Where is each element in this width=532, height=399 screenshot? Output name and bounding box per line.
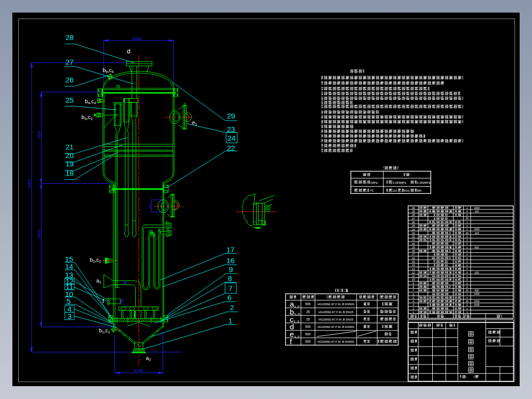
svg-text:21: 21 (66, 143, 74, 151)
svg-text:7: 7 (228, 284, 232, 292)
svg-text:26: 26 (412, 221, 415, 224)
svg-text:25: 25 (66, 96, 74, 104)
svg-text:19: 19 (412, 246, 415, 249)
svg-text:4: 4 (413, 300, 414, 303)
svg-text:30: 30 (412, 206, 415, 209)
svg-text:3: 3 (413, 303, 414, 306)
svg-text:28: 28 (412, 213, 415, 216)
svg-text:26: 26 (66, 76, 74, 84)
svg-text:/MPa: /MPa (371, 181, 378, 184)
svg-text:1000: 1000 (474, 228, 479, 231)
svg-text:1000: 1000 (474, 300, 479, 303)
svg-text:24: 24 (228, 134, 236, 142)
svg-text:25: 25 (306, 318, 310, 321)
svg-text:14: 14 (65, 262, 74, 271)
svg-text:1000: 1000 (474, 206, 479, 209)
svg-text:1: 1 (466, 307, 468, 310)
svg-text:HG20592-97.F M..B DN500: HG20592-97.F M..B DN500 (317, 303, 354, 306)
svg-text:HG20592-97.F M..B DN25: HG20592-97.F M..B DN25 (318, 318, 353, 321)
svg-text:19: 19 (66, 160, 74, 168)
svg-text:1: 1 (228, 317, 232, 325)
svg-text:2: 2 (466, 278, 468, 281)
svg-text:1: 1 (466, 311, 468, 314)
svg-text:3: 3 (68, 312, 72, 320)
svg-text:21: 21 (412, 239, 415, 241)
svg-text:0.182MPa: 0.182MPa (417, 181, 431, 184)
svg-text:20: 20 (466, 217, 469, 220)
svg-text:23: 23 (412, 232, 415, 235)
svg-text:Ø1400: Ø1400 (134, 369, 144, 372)
svg-text:13: 13 (412, 268, 415, 271)
svg-text:16: 16 (227, 256, 235, 265)
svg-text:20: 20 (66, 151, 74, 160)
svg-text:22: 22 (412, 235, 415, 238)
svg-text:2: 2 (466, 303, 468, 306)
svg-text:500: 500 (305, 340, 311, 343)
svg-text:2: 2 (466, 282, 468, 285)
svg-text:16: 16 (412, 257, 415, 260)
svg-text:5: 5 (67, 297, 71, 305)
svg-text:22: 22 (227, 144, 235, 152)
svg-text:600: 600 (475, 246, 479, 249)
svg-text:5: 5 (413, 296, 414, 299)
svg-text:0.293MPa: 0.293MPa (393, 181, 407, 184)
svg-text:2: 2 (466, 285, 468, 288)
svg-text:2: 2 (413, 307, 414, 310)
svg-text:9000: 9000 (38, 131, 41, 138)
svg-text:9: 9 (229, 265, 233, 274)
svg-text:11: 11 (412, 275, 415, 278)
svg-text:410,: 410, (404, 189, 410, 192)
svg-text:1: 1 (466, 260, 468, 263)
svg-text:25: 25 (306, 310, 310, 314)
svg-text:1: 1 (466, 246, 468, 249)
svg-text:18: 18 (66, 169, 74, 177)
svg-text:17: 17 (227, 245, 235, 254)
svg-text:15: 15 (412, 260, 415, 263)
svg-text:1: 1 (466, 221, 468, 224)
svg-text:1: 1 (466, 242, 468, 245)
svg-text:1: 1 (466, 224, 468, 227)
svg-text:6: 6 (228, 293, 231, 302)
svg-text:6: 6 (413, 293, 414, 296)
svg-text:14: 14 (412, 264, 415, 267)
svg-text:8: 8 (228, 274, 232, 282)
svg-text:25: 25 (412, 224, 415, 227)
svg-text:HG20592-97.F M..B DN500: HG20592-97.F M..B DN500 (317, 340, 354, 343)
svg-text:9: 9 (413, 282, 414, 285)
svg-text:1000: 1000 (474, 303, 479, 306)
svg-text:100: 100 (475, 271, 479, 274)
svg-text:1: 1 (466, 239, 468, 241)
svg-text:24: 24 (412, 228, 415, 231)
svg-text:HG20592-97.F M..B DN25: HG20592-97.F M..B DN25 (318, 311, 353, 314)
svg-text:2: 2 (230, 303, 234, 312)
svg-text:1: 1 (466, 228, 468, 231)
svg-text:Ø1500: Ø1500 (132, 37, 142, 40)
svg-text:14000: 14000 (38, 230, 41, 239)
svg-text:1: 1 (413, 311, 414, 314)
svg-text:100: 100 (475, 210, 479, 213)
svg-text:600: 600 (475, 289, 479, 292)
svg-text:2: 2 (466, 271, 468, 274)
svg-text:20: 20 (466, 289, 469, 292)
svg-text:18: 18 (412, 249, 415, 252)
svg-text:2: 2 (466, 267, 468, 270)
svg-text:500: 500 (305, 325, 311, 328)
svg-text:7: 7 (413, 289, 414, 292)
svg-text:20: 20 (412, 242, 415, 245)
svg-text:f: f (290, 337, 292, 346)
svg-text:12: 12 (412, 271, 415, 274)
svg-text:20: 20 (466, 232, 469, 235)
svg-text:14625: 14625 (28, 179, 31, 188)
svg-text:29: 29 (412, 210, 415, 213)
svg-text:380: 380 (417, 189, 422, 192)
svg-text:28: 28 (66, 33, 74, 41)
svg-text:23: 23 (227, 125, 235, 133)
svg-text:2: 2 (466, 253, 468, 256)
svg-text:29: 29 (227, 112, 235, 120)
svg-text:27: 27 (66, 58, 74, 66)
svg-text:1: 1 (466, 206, 468, 209)
svg-text:17: 17 (412, 253, 415, 256)
svg-text:500: 500 (305, 332, 311, 336)
svg-text:27: 27 (412, 217, 415, 220)
svg-text:10: 10 (412, 278, 415, 281)
